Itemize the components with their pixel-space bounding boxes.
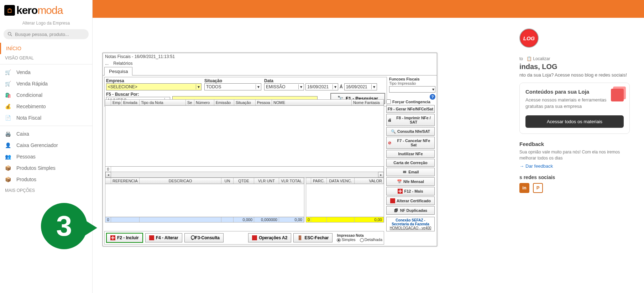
menu-relatorios[interactable]: Relatórios	[113, 61, 132, 66]
help-icon[interactable]: ?	[430, 94, 435, 100]
situacao-select[interactable]: TODOS▾	[204, 83, 261, 90]
bag-icon: 🛍️	[5, 92, 13, 98]
grid-foot-count: 0	[105, 167, 111, 172]
col-situacao[interactable]: Situação	[234, 100, 256, 105]
copy-icon: 🗐	[394, 208, 399, 213]
f3-consulta-button[interactable]: F3-Consulta	[184, 233, 224, 242]
col-emissao[interactable]: Emissão	[214, 100, 234, 105]
col-vlrunt[interactable]: VLR UNT	[254, 178, 279, 184]
nav-mais-opcoes[interactable]: MAIS OPÇÕES	[0, 187, 92, 194]
nav-condicional[interactable]: 🛍️Condicional	[0, 89, 92, 101]
col-referencia[interactable]: REFERENCIA	[111, 178, 140, 184]
btn-imprimir-nfe[interactable]: 🖨F8 - Imprimir NFe / SAT	[386, 114, 435, 126]
subgrid1-body[interactable]	[105, 184, 304, 217]
nav-caixa-ger[interactable]: 👤Caixa Gerenciador	[0, 140, 92, 151]
btn-nfe-mensal[interactable]: 📅Nfe Mensal	[386, 177, 435, 186]
date-from-input[interactable]: 16/09/2021▾	[305, 83, 338, 90]
col-qtde[interactable]: QTDE	[234, 178, 254, 184]
btn-inutilizar-nfe[interactable]: Inutilizar NFe	[386, 150, 435, 158]
chevron-down-icon: ▾	[371, 84, 375, 89]
data-type-select[interactable]: EMISSÃO▾	[264, 83, 304, 90]
conexao-sefaz: Conexão SEFAZ - Secretaria da Fazenda HO…	[386, 217, 435, 231]
card-text: Acesse nossos materiais e ferramentas gr…	[525, 97, 624, 110]
radio-simples[interactable]: Simples	[337, 237, 355, 242]
nav-inicio[interactable]: INÍCIO	[0, 43, 92, 54]
horizontal-scrollbar[interactable]: ◂ ▸	[105, 172, 384, 177]
logo-icon	[4, 5, 15, 16]
chevron-down-icon: ▾	[196, 84, 200, 89]
btn-gerar-nfe[interactable]: F9 - Gerar NFe/NFCe/Sat	[386, 105, 435, 113]
col-descricao[interactable]: DESCRICAO	[140, 178, 221, 184]
forcar-checkbox[interactable]: Forçar Contingencia	[386, 99, 435, 104]
menu-dots[interactable]: ...	[105, 61, 109, 66]
linkedin-icon[interactable]: in	[519, 183, 529, 193]
subgrid2-body[interactable]	[306, 184, 384, 217]
alterar-logo-link[interactable]: Alterar Logo da Empresa	[0, 21, 92, 26]
nav-produtos-simples[interactable]: 📦Produtos Simples	[0, 162, 92, 174]
btn-carta-correcao[interactable]: Carta de Correção	[386, 159, 435, 167]
people-icon: 👥	[5, 154, 13, 159]
to-label: to	[519, 56, 523, 61]
feedback-link[interactable]: → Dar feedback	[519, 163, 553, 169]
nav-nota-fiscal[interactable]: 📄Nota Fiscal	[0, 112, 92, 124]
col-vlrtotal[interactable]: VLR TOTAL	[279, 178, 304, 184]
svg-line-1	[11, 35, 12, 36]
step-callout: 3	[41, 203, 94, 256]
esc-fechar-button[interactable]: 🚪ESC-Fechar	[293, 233, 333, 242]
btn-consulta-nfe[interactable]: 🔍Consulta Nfe/SAT	[386, 127, 435, 136]
col-pessoa[interactable]: Pessoa	[256, 100, 272, 105]
box2-icon: 📦	[5, 177, 13, 182]
callout-tail-icon	[80, 217, 97, 239]
plus-icon	[398, 189, 403, 194]
col-parc[interactable]: PARC.	[311, 178, 327, 184]
printer-icon: 🖨	[387, 117, 392, 122]
scroll-left-icon[interactable]: ◂	[105, 172, 111, 178]
f4-alterar-button[interactable]: F4 - Alterar	[145, 233, 182, 242]
btn-cancelar-nfe[interactable]: ⊘F7 - Cancelar NFe Sat	[386, 137, 435, 149]
nav-recebimento[interactable]: 💰Recebimento	[0, 101, 92, 112]
scroll-right-icon[interactable]: ▸	[378, 172, 384, 178]
col-tipo[interactable]: Tipo da Nota	[140, 100, 186, 105]
col-enviada[interactable]: Enviada	[122, 100, 140, 105]
search-placeholder: Busque pessoa, produto...	[15, 32, 69, 37]
col-un[interactable]: UN	[221, 178, 234, 184]
btn-alterar-cert[interactable]: Alterar Certificado	[386, 197, 435, 205]
btn-nf-duplicadas[interactable]: 🗐NF Duplicadas	[386, 206, 435, 215]
search-input[interactable]: Busque pessoa, produto...	[4, 29, 89, 39]
svg-point-0	[8, 32, 11, 35]
empresa-select[interactable]: <SELECIONE>▾	[106, 83, 201, 90]
itens-subgrid: REFERENCIA DESCRICAO UN QTDE VLR UNT VLR…	[105, 178, 304, 223]
nav-caixa[interactable]: 🖨️Caixa	[0, 128, 92, 140]
social-title: s redes sociais	[519, 174, 630, 180]
nav-venda[interactable]: 🛒Venda	[0, 67, 92, 78]
tab-pesquisa[interactable]: Pesquisa	[104, 67, 132, 75]
nav-pessoas[interactable]: 👥Pessoas	[0, 151, 92, 162]
col-datavenc[interactable]: DATA VENC.	[327, 178, 355, 184]
localizar-link[interactable]: 📋 Localizar	[527, 56, 550, 61]
tipo-imp-select[interactable]: ▾	[389, 86, 435, 93]
btn-f12-mais[interactable]: F12 - Mais	[386, 187, 435, 195]
col-nome[interactable]: NOME	[272, 100, 352, 105]
date-to-input[interactable]: 16/09/2021▾	[344, 83, 377, 90]
cart-icon: 🛒	[5, 69, 13, 75]
notas-grid: Emp Enviada Tipo da Nota Se Número Emiss…	[105, 99, 384, 178]
nav-venda-rapida[interactable]: 🛒Venda Rápida	[0, 78, 92, 89]
col-valor[interactable]: VALOR	[355, 178, 384, 184]
grid-body[interactable]	[105, 106, 384, 166]
operacoes-a2-button[interactable]: Operações A2	[248, 233, 291, 242]
mail-icon: ✉	[402, 169, 407, 174]
col-fantasia[interactable]: Nome Fantasia	[352, 100, 384, 105]
btn-email[interactable]: ✉Email	[386, 168, 435, 176]
radio-detalhada[interactable]: Detalhada	[360, 237, 382, 242]
chevron-down-icon: ▾	[256, 84, 260, 89]
content-card: Conteúdos para sua Loja Acesse nossos ma…	[519, 83, 630, 134]
f2-incluir-button[interactable]: F2 - Incluir	[106, 233, 143, 243]
col-se[interactable]: Se	[186, 100, 194, 105]
pinterest-icon[interactable]: P	[533, 183, 543, 193]
col-blank[interactable]	[105, 100, 111, 105]
nav-produtos[interactable]: 📦Produtos	[0, 174, 92, 185]
date-sep: Á	[340, 84, 343, 89]
col-emp[interactable]: Emp	[111, 100, 122, 105]
access-materials-button[interactable]: Acessar todos os materiais	[525, 115, 624, 128]
col-numero[interactable]: Número	[194, 100, 214, 105]
